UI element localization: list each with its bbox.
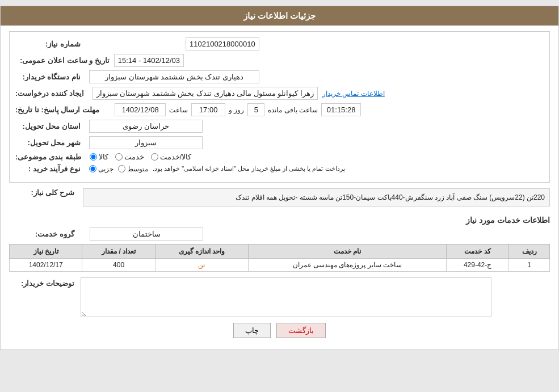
requester-link[interactable]: اطلاعات تماس خریدار — [322, 90, 385, 98]
city-value: سبزوار — [89, 136, 203, 149]
category-kala-khedmat-label: کالا/خدمت — [160, 153, 192, 161]
deadline-remaining-label: ساعت باقی مانده — [268, 106, 318, 114]
need-number-row: 1102100218000010 شماره نیاز: — [15, 37, 544, 50]
col-quantity: تعداد / مقدار — [82, 245, 155, 259]
category-label: طبقه بندی موضوعی: — [15, 153, 84, 161]
category-row: کالا/خدمت خدمت کالا طبقه بندی موضوعی: — [15, 153, 544, 161]
announcement-date-label: تاریخ و ساعت اعلان عمومی: — [15, 56, 114, 65]
announcement-date-row: 1402/12/03 - 15:14 تاریخ و ساعت اعلان عم… — [15, 54, 544, 67]
process-jozi-item[interactable]: جزیی — [89, 165, 114, 173]
col-unit: واحد اندازه گیری — [155, 245, 248, 259]
page-title: جزئیات اطلاعات نیاز — [243, 11, 316, 20]
page-header: جزئیات اطلاعات نیاز — [1, 6, 558, 26]
deadline-day-label: روز و — [229, 106, 244, 114]
buyer-notes-section: توضیحات خریدار: — [9, 277, 550, 317]
category-kala-label: کالا — [99, 153, 108, 161]
requester-label: ایجاد کننده درخواست: — [15, 89, 87, 98]
print-button[interactable]: چاپ — [233, 323, 271, 338]
service-group-value: ساختمان — [90, 227, 203, 241]
need-number-label: شماره نیاز: — [15, 40, 83, 48]
content-area: 1102100218000010 شماره نیاز: 1402/12/03 … — [1, 26, 558, 349]
requester-value: زهرا کیوانلو مسئول مالی دهیاری تندک بخش … — [93, 87, 318, 100]
buyer-station-label: نام دستگاه خریدار: — [15, 73, 83, 81]
buyer-notes-label: توضیحات خریدار: — [9, 277, 77, 288]
cell-name: ساخت سایر پروژه‌های مهندسی عمران — [249, 259, 447, 272]
deadline-remaining-value: 01:15:28 — [321, 103, 361, 116]
province-label: استان محل تحویل: — [15, 122, 83, 130]
category-kala-khedmat-item[interactable]: کالا/خدمت — [151, 153, 192, 161]
category-khedmat-radio[interactable] — [115, 153, 123, 161]
process-options: پرداخت تمام یا بخشی از مبلغ خریداز محل "… — [89, 165, 345, 173]
city-label: شهر محل تحویل: — [15, 138, 83, 147]
need-desc-value: 220تن (22سرویس) سنگ صفی آباد زرد سنگفرش-… — [83, 188, 550, 206]
process-jozi-label: جزیی — [98, 165, 114, 173]
category-khedmat-item[interactable]: خدمت — [115, 153, 144, 161]
services-table: ردیف کد خدمت نام خدمت واحد اندازه گیری ت… — [9, 244, 550, 272]
cell-code: ج-42-429 — [446, 259, 509, 272]
category-kala-khedmat-radio[interactable] — [151, 153, 158, 161]
process-description: پرداخت تمام یا بخشی از مبلغ خریداز محل "… — [153, 165, 345, 172]
need-number-value: 1102100218000010 — [186, 37, 259, 50]
province-value: خراسان رضوی — [89, 120, 203, 133]
services-title: اطلاعات خدمات مورد نیاز — [9, 216, 550, 225]
cell-quantity: 400 — [82, 259, 155, 272]
col-date: تاریخ نیاز — [10, 245, 82, 259]
back-button[interactable]: بازگشت — [276, 323, 326, 338]
page-wrapper: جزئیات اطلاعات نیاز 1102100218000010 شما… — [0, 6, 559, 350]
cell-date: 1402/12/17 — [10, 259, 82, 272]
service-group-row: ساختمان گروه خدمت: — [9, 227, 550, 241]
province-row: خراسان رضوی استان محل تحویل: — [15, 120, 544, 133]
process-motavasset-radio[interactable] — [118, 165, 125, 172]
deadline-time-value: 17:00 — [191, 103, 225, 116]
buyer-notes-textarea[interactable] — [81, 277, 491, 317]
buyer-station-value: دهیاری تندک بخش ششتمد شهرستان سبزوار — [89, 70, 259, 83]
requester-row: اطلاعات تماس خریدار زهرا کیوانلو مسئول م… — [15, 87, 544, 100]
category-kala-item[interactable]: کالا — [90, 153, 108, 161]
services-table-section: ردیف کد خدمت نام خدمت واحد اندازه گیری ت… — [9, 244, 550, 272]
category-kala-radio[interactable] — [90, 153, 97, 161]
col-row: ردیف — [509, 245, 550, 259]
form-section: 1102100218000010 شماره نیاز: 1402/12/03 … — [9, 31, 550, 183]
deadline-days-value: 5 — [247, 103, 264, 116]
process-motavasset-label: متوسط — [127, 165, 148, 173]
process-jozi-radio[interactable] — [89, 165, 96, 172]
col-code: کد خدمت — [446, 245, 509, 259]
deadline-row: 01:15:28 ساعت باقی مانده 5 روز و 17:00 س… — [15, 103, 544, 116]
buyer-station-row: دهیاری تندک بخش ششتمد شهرستان سبزوار نام… — [15, 70, 544, 83]
process-row: پرداخت تمام یا بخشی از مبلغ خریداز محل "… — [15, 165, 544, 173]
service-group-label: گروه خدمت: — [9, 230, 77, 238]
need-desc-label: شرح کلی نیاز: — [9, 188, 77, 197]
deadline-time-label: ساعت — [169, 106, 188, 114]
table-row: 1 ج-42-429 ساخت سایر پروژه‌های مهندسی عم… — [10, 259, 550, 272]
category-khedmat-label: خدمت — [124, 153, 144, 161]
table-header-row: ردیف کد خدمت نام خدمت واحد اندازه گیری ت… — [10, 245, 550, 259]
deadline-date-value: 1402/12/08 — [115, 103, 166, 116]
button-row: بازگشت چاپ — [9, 323, 550, 338]
need-desc-row: 220تن (22سرویس) سنگ صفی آباد زرد سنگفرش-… — [9, 188, 550, 211]
deadline-label: مهلت ارسال پاسخ: تا تاریخ: — [15, 106, 102, 114]
cell-unit: تن — [155, 259, 248, 272]
category-radio-group: کالا/خدمت خدمت کالا — [90, 153, 192, 161]
cell-row: 1 — [509, 259, 550, 272]
announcement-date-value: 1402/12/03 - 15:14 — [114, 54, 184, 67]
process-label: نوع فرآیند خرید : — [15, 165, 83, 173]
process-motavasset-item[interactable]: متوسط — [118, 165, 148, 173]
col-name: نام خدمت — [249, 245, 447, 259]
city-row: سبزوار شهر محل تحویل: — [15, 136, 544, 149]
